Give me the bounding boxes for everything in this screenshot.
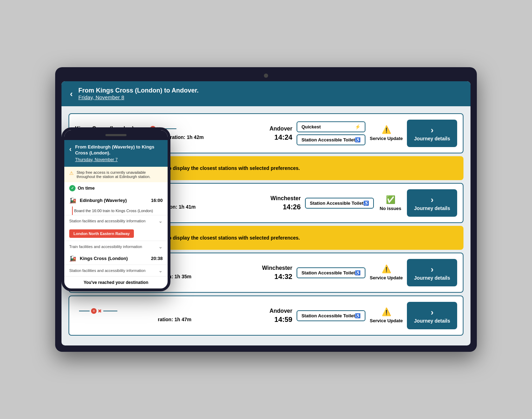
- phone-train-facilities-label: Train facilities and accessibility infor…: [69, 245, 142, 249]
- quickest-option-1[interactable]: Quickest ⚡: [297, 121, 365, 132]
- journey-options-2: Station Accessible Toilet ♿: [305, 198, 374, 209]
- phone-station-time-1: 16:00: [151, 198, 163, 203]
- service-update-label-1: Service Update: [370, 136, 403, 141]
- on-time-label: On time: [78, 185, 95, 191]
- duration-4: ration: 1h 47m: [79, 317, 270, 322]
- tablet-notch: [264, 74, 268, 78]
- no-issues-2: ✅ No issues: [378, 195, 403, 211]
- journey-card-4: ⊙ ✖ Andover ration: 1h 47m 14:59: [69, 296, 463, 336]
- to-station-1: Andover: [270, 126, 292, 132]
- route-stations-4: ⊙ ✖ Andover: [75, 308, 292, 314]
- to-station-2: Winchester: [271, 195, 301, 202]
- phone-notch: [64, 130, 168, 140]
- phone-station-icon-1: 🚂: [69, 197, 76, 204]
- route-times-4: ration: 1h 47m 14:59: [75, 316, 292, 324]
- journey-options-1: Quickest ⚡ Station Accessible Toilet ♿: [297, 121, 365, 145]
- phone-facilities-label-2: Station facilities and accessibility inf…: [69, 268, 145, 273]
- route-line-4: ⊙ ✖: [79, 308, 265, 314]
- phone-overlay: ‹ From Edinburgh (Waverley) to Kings Cro…: [61, 127, 170, 291]
- phone-expand-icon-1[interactable]: ⌄: [158, 218, 163, 224]
- app-header: ‹ From Kings Cross (London) to Andover. …: [61, 81, 471, 106]
- tablet-frame: ‹ From Kings Cross (London) to Andover. …: [55, 67, 477, 352]
- on-time-dot: ✓: [69, 185, 76, 191]
- phone-station-kings-cross: 🚂 Kings Cross (London) 20:38: [64, 252, 168, 265]
- phone-station-name-2: Kings Cross (London): [80, 256, 148, 261]
- phone-title: From Edinburgh (Waverley) to Kings Cross…: [75, 144, 163, 156]
- journey-route-4: ⊙ ✖ Andover ration: 1h 47m 14:59: [75, 308, 292, 324]
- to-station-3: Winchester: [262, 265, 292, 271]
- phone-timeline: Board the 16:00 train to Kings Cross (Lo…: [64, 207, 168, 215]
- toilet-icon-2: ♿: [363, 201, 369, 206]
- phone-station-icon-2: 🚂: [69, 255, 76, 262]
- page-title: From Kings Cross (London) to Andover.: [78, 87, 199, 94]
- tablet-screen: ‹ From Kings Cross (London) to Andover. …: [61, 81, 471, 345]
- warning-icon-1: ⚠️: [382, 125, 391, 134]
- to-station-4: Andover: [270, 308, 292, 314]
- service-update-label-4: Service Update: [370, 318, 403, 324]
- toilet-option-2[interactable]: Station Accessible Toilet ♿: [305, 198, 374, 209]
- chevron-right-4: ›: [431, 307, 434, 317]
- phone-warning-icon: ⚠: [69, 170, 74, 179]
- chevron-right-1: ›: [431, 125, 434, 135]
- journey-details-btn-2[interactable]: › Journey details: [407, 189, 457, 217]
- toilet-option-1[interactable]: Station Accessible Toilet ♿: [297, 134, 365, 145]
- no-issues-label-2: No issues: [380, 206, 401, 211]
- phone-station-name-1: Edinburgh (Waverley): [80, 198, 148, 203]
- toilet-icon-1: ♿: [355, 137, 361, 142]
- phone-warning-text: Step free access is currently unavailabl…: [77, 170, 163, 179]
- phone-station-time-2: 20:38: [151, 256, 163, 261]
- service-update-1: ⚠️ Service Update: [370, 125, 403, 141]
- warning-icon-3: ⚠️: [382, 265, 391, 274]
- toilet-option-3[interactable]: Station Accessible Toilet ♿: [297, 267, 365, 278]
- header-text: From Kings Cross (London) to Andover. Fr…: [78, 87, 199, 101]
- chevron-right-2: ›: [431, 195, 434, 205]
- journey-options-3: Station Accessible Toilet ♿: [297, 267, 365, 278]
- arrive-time-2: 14:26: [283, 203, 301, 211]
- phone-info-row-2[interactable]: Train facilities and accessibility infor…: [64, 241, 168, 252]
- phone-notch-bar: [105, 134, 126, 136]
- service-update-3: ⚠️ Service Update: [370, 265, 403, 281]
- phone-expand-icon-3[interactable]: ⌄: [158, 268, 163, 273]
- phone-body: ⚠ Step free access is currently unavaila…: [64, 167, 168, 288]
- phone-info-row-1[interactable]: Station facilities and accessibility inf…: [64, 215, 168, 227]
- header-date[interactable]: Friday, November 8: [78, 94, 124, 100]
- arrive-time-4: 14:59: [274, 316, 292, 324]
- journey-details-btn-4[interactable]: › Journey details: [407, 302, 457, 329]
- rail-icon-4: ✖: [98, 308, 102, 314]
- toilet-option-4[interactable]: Station Accessible Toilet ♿: [297, 310, 365, 321]
- journey-details-btn-1[interactable]: › Journey details: [407, 120, 457, 147]
- phone-header: ‹ From Edinburgh (Waverley) to Kings Cro…: [64, 140, 168, 167]
- arrive-time-1: 14:24: [274, 133, 292, 141]
- bolt-icon-1: ⚡: [355, 124, 361, 129]
- service-update-4: ⚠️ Service Update: [370, 307, 403, 324]
- phone-expand-icon-2[interactable]: ⌄: [158, 244, 163, 249]
- phone-on-time: ✓ On time: [64, 182, 168, 194]
- phone-header-text: From Edinburgh (Waverley) to Kings Cross…: [75, 144, 163, 163]
- toilet-icon-4: ♿: [355, 313, 361, 318]
- check-icon-2: ✅: [386, 195, 395, 204]
- main-content: Kings Cross (London) ⊙ ✖ Andover 12:: [61, 106, 471, 345]
- operator-badge: London North Eastern Railway: [69, 229, 134, 238]
- phone-operator-row: London North Eastern Railway: [64, 227, 168, 241]
- chevron-right-3: ›: [431, 265, 434, 274]
- arrive-time-3: 14:32: [274, 273, 292, 281]
- phone-back-button[interactable]: ‹: [69, 145, 72, 153]
- journey-options-4: Station Accessible Toilet ♿: [297, 310, 365, 321]
- toilet-icon-3: ♿: [355, 270, 361, 275]
- service-update-label-3: Service Update: [370, 275, 403, 281]
- warning-icon-4: ⚠️: [382, 307, 391, 317]
- phone-destination: You've reached your destination: [64, 276, 168, 288]
- phone-step-board: Board the 16:00 train to Kings Cross (Lo…: [74, 207, 163, 215]
- back-button[interactable]: ‹: [70, 89, 73, 99]
- phone-warning: ⚠ Step free access is currently unavaila…: [64, 167, 168, 182]
- tube-icon-4: ⊙: [91, 308, 97, 314]
- phone-board-text: Board the 16:00 train to Kings Cross (Lo…: [74, 209, 153, 213]
- journey-details-btn-3[interactable]: › Journey details: [407, 259, 457, 286]
- phone-date[interactable]: Thursday, November 7: [75, 157, 118, 162]
- phone-facilities-label-1: Station facilities and accessibility inf…: [69, 219, 145, 223]
- phone-station-edinburgh: 🚂 Edinburgh (Waverley) 16:00: [64, 194, 168, 207]
- phone-info-row-3[interactable]: Station facilities and accessibility inf…: [64, 265, 168, 276]
